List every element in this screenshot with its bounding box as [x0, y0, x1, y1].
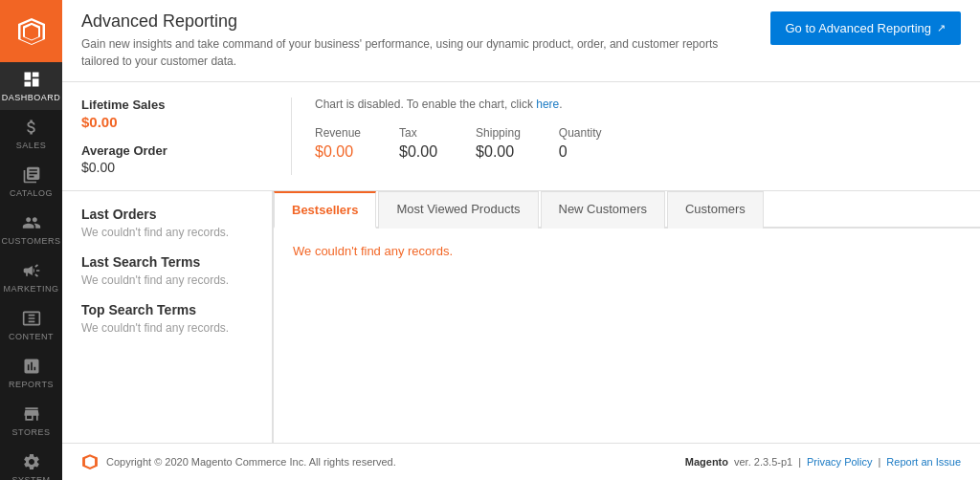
- last-search-terms-title: Last Search Terms: [81, 254, 253, 270]
- sidebar-item-label: Content: [9, 332, 54, 341]
- magento-logo-icon: [16, 16, 47, 47]
- chart-disabled-message: Chart is disabled. To enable the chart, …: [315, 98, 961, 111]
- sidebar-item-marketing[interactable]: Marketing: [0, 253, 62, 301]
- stats-right: Chart is disabled. To enable the chart, …: [292, 98, 961, 175]
- top-search-terms-text: We couldn't find any records.: [81, 321, 253, 335]
- footer-separator: |: [798, 456, 801, 468]
- page-title: Advanced Reporting: [81, 11, 732, 32]
- page-footer: Copyright © 2020 Magento Commerce Inc. A…: [62, 443, 980, 480]
- sales-icon: [22, 118, 41, 137]
- sidebar-item-content[interactable]: Content: [0, 301, 62, 349]
- metric-revenue: Revenue $0.00: [315, 126, 361, 161]
- sidebar: Dashboard Sales Catalog Customers Market…: [0, 0, 62, 480]
- metric-shipping-value: $0.00: [476, 143, 521, 161]
- metric-tax-value: $0.00: [399, 143, 437, 161]
- sidebar-item-catalog[interactable]: Catalog: [0, 158, 62, 206]
- sidebar-item-label: Dashboard: [2, 93, 61, 102]
- sidebar-item-system[interactable]: System: [0, 445, 62, 480]
- metrics-row: Revenue $0.00 Tax $0.00 Shipping $0.00 Q…: [315, 126, 961, 161]
- tab-customers-label: Customers: [685, 202, 746, 216]
- last-orders-title: Last Orders: [81, 207, 253, 222]
- metric-quantity: Quantity 0: [559, 126, 602, 161]
- privacy-policy-link[interactable]: Privacy Policy: [807, 456, 872, 468]
- sidebar-item-label: Reports: [9, 380, 54, 389]
- footer-right: Magento ver. 2.3.5-p1 | Privacy Policy |…: [685, 456, 961, 468]
- footer-left: Copyright © 2020 Magento Commerce Inc. A…: [81, 453, 396, 470]
- last-search-terms-text: We couldn't find any records.: [81, 273, 253, 287]
- tabs-nav: Bestsellers Most Viewed Products New Cus…: [274, 191, 980, 229]
- chart-enable-link[interactable]: here: [536, 98, 559, 111]
- dashboard-icon: [22, 70, 41, 89]
- stores-icon: [22, 404, 41, 424]
- no-records-message: We couldn't find any records.: [293, 244, 961, 258]
- top-search-terms-title: Top Search Terms: [81, 302, 253, 317]
- metric-quantity-label: Quantity: [559, 126, 602, 140]
- tab-most-viewed-label: Most Viewed Products: [396, 202, 520, 216]
- sidebar-item-reports[interactable]: Reports: [0, 349, 62, 397]
- main-content: Advanced Reporting Gain new insights and…: [62, 0, 980, 480]
- footer-logo-icon: [81, 453, 99, 470]
- tab-customers[interactable]: Customers: [667, 191, 764, 229]
- average-order-label: Average Order: [81, 143, 272, 158]
- sidebar-item-label: Catalog: [10, 188, 53, 198]
- sidebar-item-label: System: [11, 475, 50, 480]
- chart-disabled-prefix: Chart is disabled. To enable the chart, …: [315, 98, 536, 111]
- sidebar-item-stores[interactable]: Stores: [0, 397, 62, 445]
- magento-version: ver. 2.3.5-p1: [734, 456, 792, 468]
- header-text: Advanced Reporting Gain new insights and…: [81, 11, 732, 70]
- metric-tax: Tax $0.00: [399, 126, 437, 161]
- advanced-reporting-button-label: Go to Advanced Reporting: [786, 21, 932, 35]
- tab-bestsellers[interactable]: Bestsellers: [274, 191, 376, 229]
- sidebar-item-dashboard[interactable]: Dashboard: [0, 62, 62, 110]
- external-link-icon: ↗: [937, 22, 946, 34]
- footer-separator-2: |: [878, 456, 880, 468]
- right-panel: Bestsellers Most Viewed Products New Cus…: [273, 191, 980, 443]
- average-order-value: $0.00: [81, 160, 272, 175]
- tab-content-area: We couldn't find any records.: [274, 229, 980, 443]
- sidebar-item-customers[interactable]: Customers: [0, 206, 62, 253]
- page-description: Gain new insights and take command of yo…: [81, 35, 732, 70]
- sidebar-item-label: Customers: [2, 236, 61, 246]
- logo[interactable]: [0, 0, 62, 62]
- tab-bestsellers-label: Bestsellers: [292, 203, 358, 217]
- system-icon: [22, 452, 41, 471]
- tab-new-customers[interactable]: New Customers: [541, 191, 665, 229]
- last-search-terms-section: Last Search Terms We couldn't find any r…: [81, 254, 253, 287]
- stats-left: Lifetime Sales $0.00 Average Order $0.00: [81, 98, 292, 175]
- left-panel: Last Orders We couldn't find any records…: [62, 191, 273, 443]
- top-search-terms-section: Top Search Terms We couldn't find any re…: [81, 302, 253, 335]
- sidebar-item-label: Sales: [16, 141, 47, 150]
- last-orders-text: We couldn't find any records.: [81, 226, 253, 239]
- lifetime-sales-value: $0.00: [81, 114, 272, 130]
- magento-label: Magento: [685, 456, 728, 468]
- page-header: Advanced Reporting Gain new insights and…: [62, 0, 980, 82]
- metric-revenue-label: Revenue: [315, 126, 361, 140]
- last-orders-section: Last Orders We couldn't find any records…: [81, 207, 253, 239]
- stats-row: Lifetime Sales $0.00 Average Order $0.00…: [62, 82, 980, 191]
- metric-tax-label: Tax: [399, 126, 437, 140]
- tab-new-customers-label: New Customers: [559, 202, 647, 216]
- metric-shipping: Shipping $0.00: [476, 126, 521, 161]
- content-icon: [22, 309, 41, 328]
- sidebar-item-sales[interactable]: Sales: [0, 110, 62, 158]
- tab-most-viewed[interactable]: Most Viewed Products: [378, 191, 538, 229]
- catalog-icon: [22, 165, 41, 185]
- metric-quantity-value: 0: [559, 143, 602, 161]
- customers-icon: [22, 213, 41, 232]
- average-order-block: Average Order $0.00: [81, 143, 272, 175]
- advanced-reporting-button[interactable]: Go to Advanced Reporting ↗: [770, 11, 962, 45]
- lower-content: Last Orders We couldn't find any records…: [62, 191, 980, 443]
- report-issue-link[interactable]: Report an Issue: [886, 456, 961, 468]
- metric-revenue-value: $0.00: [315, 143, 361, 161]
- footer-copyright: Copyright © 2020 Magento Commerce Inc. A…: [106, 456, 396, 468]
- reports-icon: [22, 357, 41, 376]
- sidebar-item-label: Marketing: [4, 284, 59, 294]
- marketing-icon: [22, 261, 41, 280]
- metric-shipping-label: Shipping: [476, 126, 521, 140]
- lifetime-sales-label: Lifetime Sales: [81, 98, 272, 112]
- lifetime-sales-block: Lifetime Sales $0.00: [81, 98, 272, 130]
- sidebar-item-label: Stores: [12, 427, 51, 437]
- chart-disabled-suffix: .: [559, 98, 562, 111]
